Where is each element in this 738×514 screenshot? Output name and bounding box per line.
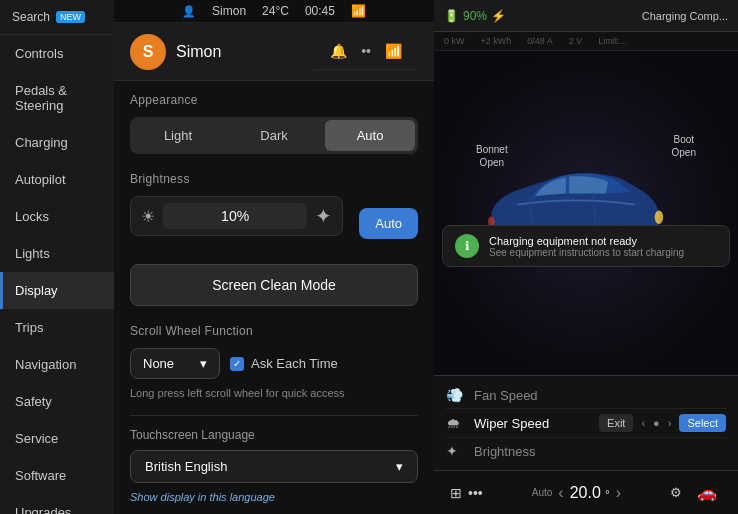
temp-value: 20.0 ° xyxy=(570,484,610,502)
temp-reading: 24°C xyxy=(262,4,289,18)
status-center: 👤 Simon 24°C 00:45 📶 xyxy=(182,4,366,18)
search-label: Search xyxy=(12,10,50,24)
settings-icon[interactable]: ⚙ xyxy=(670,485,682,500)
taskbar-right: ⚙ 🚗 xyxy=(670,478,722,508)
auto-label: Auto xyxy=(532,487,553,498)
charging-stats: 0 kW +2 kWh 0/48 A 2 V Limit:... xyxy=(434,32,738,51)
stat-kwh: +2 kWh xyxy=(481,36,512,46)
appearance-label: Appearance xyxy=(130,93,418,107)
app-grid-icon[interactable]: ⊞ xyxy=(450,485,462,501)
search-item[interactable]: Search NEW xyxy=(0,0,114,35)
sidebar-item-navigation[interactable]: Navigation xyxy=(0,346,114,383)
stat-amps: 0/48 A xyxy=(527,36,553,46)
battery-pct: 90% xyxy=(463,9,487,23)
wiper-controls: Exit ‹ ● › Select xyxy=(599,414,726,432)
left-navigation: Search NEW Controls Pedals & Steering Ch… xyxy=(0,0,114,514)
charging-text: Charging equipment not ready See equipme… xyxy=(489,235,717,258)
appearance-auto-btn[interactable]: Auto xyxy=(325,120,415,151)
sidebar-item-autopilot[interactable]: Autopilot xyxy=(0,161,114,198)
user-name: Simon xyxy=(176,43,221,61)
user-header: S Simon 🔔 •• 📶 xyxy=(114,23,434,81)
taskbar-left: ⊞ ••• xyxy=(450,485,483,501)
chevron-right-icon[interactable]: › xyxy=(668,417,672,429)
sidebar-item-display[interactable]: Display xyxy=(0,272,114,309)
chevron-left-icon[interactable]: ‹ xyxy=(641,417,645,429)
dots-icon[interactable]: ••• xyxy=(468,485,483,501)
brightness-slider-row: ☀ 10% ✦ xyxy=(130,196,343,236)
time-display: 00:45 xyxy=(305,4,335,18)
svg-point-5 xyxy=(655,210,663,224)
brightness-low-icon: ☀ xyxy=(141,207,155,226)
bottom-overlay: 💨 Fan Speed 🌧 Wiper Speed Exit ‹ ● › Sel… xyxy=(434,375,738,470)
new-badge: NEW xyxy=(56,11,85,23)
exit-btn[interactable]: Exit xyxy=(599,414,633,432)
car-icon[interactable]: 🚗 xyxy=(692,478,722,508)
wiper-speed-row: 🌧 Wiper Speed Exit ‹ ● › Select xyxy=(446,409,726,438)
bell-icon[interactable]: 🔔 xyxy=(330,43,347,59)
brightness-overlay-label: Brightness xyxy=(474,444,726,459)
brightness-icon: ✦ xyxy=(446,443,474,459)
sidebar-item-lights[interactable]: Lights xyxy=(0,235,114,272)
sidebar-item-locks[interactable]: Locks xyxy=(0,198,114,235)
fan-speed-row: 💨 Fan Speed xyxy=(446,382,726,409)
avatar: S xyxy=(130,34,166,70)
brightness-high-icon: ✦ xyxy=(315,204,332,228)
charging-msg-sub: See equipment instructions to start char… xyxy=(489,247,717,258)
sidebar-item-pedals[interactable]: Pedals & Steering xyxy=(0,72,114,124)
battery-icon: 🔋 xyxy=(444,9,459,23)
car-visual: BonnetOpen BootOpen xyxy=(434,51,738,375)
bluetooth-icon[interactable]: •• xyxy=(361,43,371,59)
wiper-indicator: ● xyxy=(653,417,660,429)
charging-notification-icon: ℹ xyxy=(455,234,479,258)
status-bar: 👤 Simon 24°C 00:45 📶 xyxy=(114,0,434,23)
wiper-icon: 🌧 xyxy=(446,415,474,431)
divider xyxy=(130,415,418,416)
language-dropdown[interactable]: British English ▾ xyxy=(130,450,418,483)
appearance-light-btn[interactable]: Light xyxy=(133,120,223,151)
scroll-hint: Long press left scroll wheel for quick a… xyxy=(130,387,418,399)
sidebar-item-charging[interactable]: Charging xyxy=(0,124,114,161)
chevron-down-icon-lang: ▾ xyxy=(396,459,403,474)
sidebar-item-software[interactable]: Software xyxy=(0,457,114,494)
stat-kw: 0 kW xyxy=(444,36,465,46)
wiper-label: Wiper Speed xyxy=(474,416,599,431)
charging-notification: ℹ Charging equipment not ready See equip… xyxy=(442,225,730,267)
sidebar-item-trips[interactable]: Trips xyxy=(0,309,114,346)
appearance-dark-btn[interactable]: Dark xyxy=(229,120,319,151)
screen-clean-btn[interactable]: Screen Clean Mode xyxy=(130,264,418,306)
username-top: Simon xyxy=(212,4,246,18)
charging-msg-title: Charging equipment not ready xyxy=(489,235,717,247)
ask-each-time-row: ✓ Ask Each Time xyxy=(230,356,338,371)
user-avatar-small: 👤 xyxy=(182,5,196,18)
touchscreen-label: Touchscreen Language xyxy=(130,428,418,442)
appearance-toggle: Light Dark Auto xyxy=(130,117,418,154)
scroll-dropdown[interactable]: None ▾ xyxy=(130,348,220,379)
ask-each-time-label: Ask Each Time xyxy=(251,356,338,371)
chevron-right-temp[interactable]: › xyxy=(616,484,621,502)
brightness-label: Brightness xyxy=(130,172,418,186)
settings-panel: 👤 Simon 24°C 00:45 📶 S Simon 🔔 •• 📶 Appe… xyxy=(114,0,434,514)
scroll-label: Scroll Wheel Function xyxy=(130,324,418,338)
battery-indicator: 🔋 90% ⚡ xyxy=(444,9,506,23)
chevron-left-temp[interactable]: ‹ xyxy=(558,484,563,502)
signal-icon: 📶 xyxy=(351,4,366,18)
sidebar-item-service[interactable]: Service xyxy=(0,420,114,457)
sidebar-item-upgrades[interactable]: Upgrades xyxy=(0,494,114,514)
select-btn[interactable]: Select xyxy=(679,414,726,432)
settings-content: Appearance Light Dark Auto Brightness ☀ … xyxy=(114,81,434,514)
wifi-icon[interactable]: 📶 xyxy=(385,43,402,59)
auto-brightness-btn[interactable]: Auto xyxy=(359,208,418,239)
fan-label: Fan Speed xyxy=(474,388,726,403)
sidebar-item-safety[interactable]: Safety xyxy=(0,383,114,420)
car-display-panel: 🔋 90% ⚡ Charging Comp... 0 kW +2 kWh 0/4… xyxy=(434,0,738,514)
ask-each-time-checkbox[interactable]: ✓ xyxy=(230,357,244,371)
brightness-value[interactable]: 10% xyxy=(163,203,307,229)
brightness-row: ✦ Brightness xyxy=(446,438,726,464)
car-wrapper: BonnetOpen BootOpen xyxy=(456,123,716,303)
taskbar: ⊞ ••• Auto ‹ 20.0 ° › ⚙ 🚗 xyxy=(434,470,738,514)
temp-display: Auto ‹ 20.0 ° › xyxy=(532,484,621,502)
stat-volts: 2 V xyxy=(569,36,583,46)
stat-limit: Limit:... xyxy=(598,36,627,46)
show-display-text: Show display in this language xyxy=(130,491,418,503)
sidebar-item-controls[interactable]: Controls xyxy=(0,35,114,72)
